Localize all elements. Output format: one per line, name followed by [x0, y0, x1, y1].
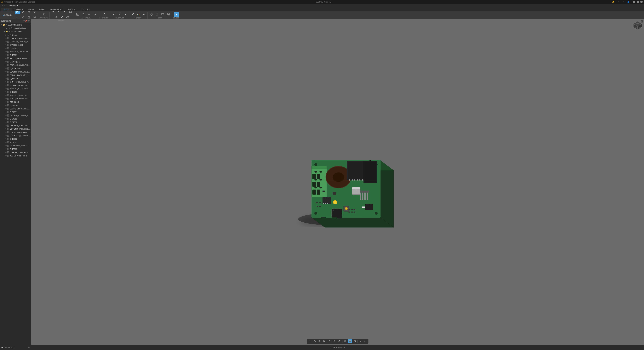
undo-icon[interactable] — [1, 4, 3, 6]
toolbar-btn-motion[interactable] — [92, 12, 98, 17]
tree-item-r-0402-1[interactable]: 👁 R_0402.1 — [0, 111, 31, 114]
construct-label[interactable]: CONSTRUCT ▾ — [112, 17, 128, 19]
tree-item-c-1206-3[interactable]: 👁 C_1206.3 — [0, 147, 31, 151]
tree-item-doc-settings[interactable]: ⚙ 👁 Document Settings — [0, 27, 31, 30]
root-eye-icon[interactable]: 👁 — [5, 24, 8, 26]
tree-item-usb-c[interactable]: 👁 USB-C-TH_KINGSHELM_KH-TYPE... — [0, 37, 31, 40]
toolbar-btn-automate[interactable] — [40, 12, 47, 17]
item-eye-c-0402-1[interactable]: 👁 — [5, 118, 7, 120]
item-eye-c-1206-1[interactable]: 👁 — [5, 54, 7, 56]
modify-label[interactable]: MODIFY ▾ — [51, 20, 73, 22]
item-eye-sot-89[interactable]: 👁 — [5, 84, 7, 87]
tab-plastic[interactable]: PLASTIC — [65, 8, 78, 12]
toolbar-btn-draft[interactable] — [54, 15, 59, 20]
tree-item-soic-8-1[interactable]: 👁 SOIC-8_L5.0-W4.0-P1.27-LS6.0-E... — [0, 64, 31, 67]
item-eye-led-smd[interactable]: 👁 — [5, 114, 7, 117]
tree-item-key-th[interactable]: 👁 KEY-TH_4P-L6.9-W6.0-P4.50-LSE... — [0, 57, 31, 60]
tree-item-dfn0003[interactable]: 👁 DFN0003-2L-BI 1 — [0, 43, 31, 47]
tab-mesh[interactable]: MESH — [26, 8, 36, 12]
item-eye-q-sot-23-2[interactable]: 👁 — [5, 104, 7, 107]
tree-item-r-0402-2[interactable]: 👁 R_0402.2 — [0, 121, 31, 124]
tree-item-cap-smd[interactable]: 👁 CAP-SMD_BD8.0-L8.3-W8.3-FD (..) — [0, 124, 31, 127]
item-eye-osc-smd[interactable]: 👁 — [5, 128, 7, 130]
tree-item-ind-smd-2[interactable]: 👁 IND-SMD_L7.5-W7.0 1 — [0, 94, 31, 97]
tree-item-r-0402-3[interactable]: 👁 R_0402.3 — [0, 141, 31, 144]
item-eye-jlcpcb-pcb[interactable]: 👁 — [5, 155, 7, 157]
menu-item-design[interactable]: DESIGN ▾ — [8, 4, 19, 7]
item-eye-soic-8-2[interactable]: 👁 — [5, 98, 7, 100]
tree-item-sw-smd[interactable]: 👁 SW-SMD_4P-L5.1-W5.1-P3.70-LS... — [0, 70, 31, 74]
item-eye-r-0402-3[interactable]: 👁 — [5, 141, 7, 144]
doc-settings-eye[interactable]: 👁 — [8, 27, 10, 29]
item-eye-c-1812[interactable]: 👁 — [5, 91, 7, 93]
toolbar-btn-axis[interactable] — [117, 12, 122, 17]
tree-item-c-1206-1[interactable]: 👁 C_1206.1 — [0, 53, 31, 57]
toolbar-btn-insert-mesh[interactable] — [149, 12, 154, 17]
item-eye-c-1206-2[interactable]: 👁 — [5, 138, 7, 140]
tree-item-conn-th[interactable]: 👁 CONN-TH_4P-P5.08_DB129VG-5... — [0, 40, 31, 43]
origin-eye[interactable]: 👁 — [10, 34, 12, 36]
toolbar-btn-measure[interactable] — [130, 12, 136, 17]
create-label[interactable]: CREATE ▾ — [15, 20, 38, 22]
toolbar-btn-scale[interactable] — [59, 15, 64, 20]
tree-item-wqfn-28[interactable]: 👁 WQFN-28_L5.0-W5.0-P0.50-BL-E... — [0, 80, 31, 84]
item-eye-lqfp-48[interactable]: 👁 — [5, 151, 7, 154]
tree-item-filter-smd[interactable]: 👁 FILTER-SMD_4P-L9.5-W8.3-PSM-... — [0, 144, 31, 147]
toolbar-btn-combine[interactable] — [65, 15, 70, 20]
tree-item-sot-89[interactable]: 👁 SOT-89-3_L4.5-W2.5-P1.50-LS4.C... — [0, 84, 31, 87]
toolbar-btn-point[interactable] — [123, 12, 128, 17]
item-eye-ind-smd-1[interactable]: 👁 — [5, 88, 7, 90]
item-eye-dfn2510[interactable]: 👁 — [5, 134, 7, 137]
tree-item-lqfp-48[interactable]: 👁 LQFP-48_7x7mm_P0.5mm 1 — [0, 151, 31, 154]
toolbar-btn-decal[interactable] — [166, 12, 171, 17]
tree-item-hdr-th[interactable]: 👁 HDR-TH_8P-P2.54-VM (1) 1 — [0, 131, 31, 134]
tree-item-c-1206-2[interactable]: 👁 C_1206.2 — [0, 137, 31, 141]
tab-sheet-metal[interactable]: SHEET METAL — [47, 8, 65, 12]
redo-icon[interactable] — [4, 4, 7, 6]
item-eye-conn-th[interactable]: 👁 — [5, 41, 7, 43]
tab-surface[interactable]: SURFACE — [12, 8, 26, 12]
item-eye-usb-c[interactable]: 👁 — [5, 37, 7, 40]
toolbar-btn-insert-image[interactable] — [160, 12, 166, 17]
tree-item-soic-8-2[interactable]: 👁 SOIC-8_L5.0-W4.0-P1.27-LS6.0-E... — [0, 97, 31, 100]
named-views-eye[interactable]: 👁 — [8, 30, 10, 33]
toolbar-design-label[interactable]: DESIGN ▾ — [1, 14, 13, 16]
viewport[interactable]: TOP FRONT RIGHT ⌂ — [31, 19, 322, 175]
tree-item-c-0402-1[interactable]: 👁 C_0402.1 — [0, 117, 31, 121]
item-eye-r-0402-2[interactable]: 👁 — [5, 121, 7, 123]
item-eye-esop-8[interactable]: 👁 — [5, 108, 7, 110]
tree-item-q-sot-23[interactable]: 👁 Q_SOT-23.1 — [0, 77, 31, 80]
toolbar-btn-insert-svg[interactable] — [154, 12, 160, 17]
toolbar-btn-rigid[interactable] — [86, 12, 92, 17]
root-options-icon[interactable]: ⋯ — [29, 24, 30, 26]
tree-item-q-sot-23-2[interactable]: 👁 Q_SOT-23.2 — [0, 104, 31, 107]
item-eye-dfn0003[interactable]: 👁 — [5, 44, 7, 46]
tab-solid[interactable]: SOLID — [1, 8, 12, 12]
item-eye-q-sot-23[interactable]: 👁 — [5, 77, 7, 80]
item-eye-soic-8-1[interactable]: 👁 — [5, 64, 7, 66]
tab-form[interactable]: FORM — [36, 8, 47, 12]
tree-item-dfn2510[interactable]: 👁 DFN2510-10_L2.5-W1.0-P0.50-BL... — [0, 134, 31, 137]
toolbar-btn-offset-plane[interactable] — [112, 12, 117, 17]
tab-utilities[interactable]: UTILITIES — [78, 8, 92, 12]
toolbar-btn-select[interactable] — [174, 12, 179, 17]
tree-item-sop-4[interactable]: 👁 SOP-4_L4.4-W2.8-P1.27-LS7.0-TI... — [0, 74, 31, 77]
item-eye-gbur810[interactable]: 👁 — [5, 101, 7, 103]
tree-item-c-1812[interactable]: 👁 C_1812.1 — [0, 90, 31, 94]
item-eye-hdr-th[interactable]: 👁 — [5, 131, 7, 133]
tree-item-d-sma1[interactable]: 👁 D_SMA (1) 1 — [0, 47, 31, 50]
tree-item-osc-smd[interactable]: 👁 OSC-SMD_4P-L3.2-W2.5-BL 1 — [0, 127, 31, 131]
tree-item-esop-8[interactable]: 👁 ESOP-8_L4.9-W3.9-P1.27-LS8.0-... — [0, 107, 31, 111]
tree-item-origin[interactable]: ▶ ⊕ 👁 Origin — [0, 33, 31, 37]
item-eye-filter-smd[interactable]: 👁 — [5, 145, 7, 147]
item-eye-sw-smd[interactable]: 👁 — [5, 71, 7, 73]
insert-label[interactable]: INSERT ▾ — [149, 17, 171, 19]
item-eye-d-smc1[interactable]: 👁 — [5, 61, 7, 63]
item-eye-c-1206-3[interactable]: 👁 — [5, 148, 7, 150]
toolbar-btn-new-component-a[interactable] — [75, 12, 80, 17]
item-eye-r-0402-1[interactable]: 👁 — [5, 111, 7, 113]
toolbar-btn-box[interactable] — [26, 15, 32, 20]
toolbar-btn-sweep[interactable] — [15, 15, 20, 20]
configure-label[interactable]: CONFIGURE ▾ — [99, 17, 110, 19]
automate-label[interactable]: AUTOMATE ▾ — [39, 17, 49, 19]
